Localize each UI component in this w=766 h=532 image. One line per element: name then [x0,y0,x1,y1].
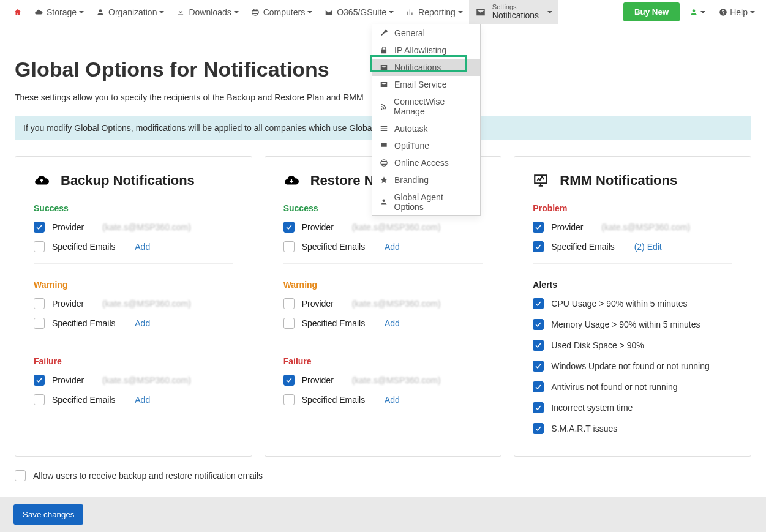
menu-ip-allowlisting[interactable]: IP Allowlisting [372,42,480,59]
globe-icon [251,8,260,17]
alert-checkbox-2[interactable] [533,340,544,351]
restore-failure-provider-checkbox[interactable] [283,375,295,386]
nav-home[interactable] [7,0,28,24]
backup-card: Backup Notifications Success Provider(ka… [15,156,252,457]
alert-text: Memory Usage > 90% within 5 minutes [551,320,700,329]
top-nav: Storage Organization Downloads Computers… [0,0,766,24]
question-icon [719,8,727,17]
cloud-up-icon [34,173,50,189]
alert-row: Windows Update not found or not running [533,361,732,372]
restore-failure-emails-checkbox[interactable] [283,394,295,405]
menu-global-agent[interactable]: Global Agent Options [372,189,480,215]
caret-icon [389,11,394,13]
nav-settings[interactable]: Settings Notifications [469,0,558,24]
restore-warning-provider-checkbox[interactable] [283,298,295,309]
alert-checkbox-0[interactable] [533,298,544,309]
nav-storage[interactable]: Storage [28,0,90,24]
envelope-icon [325,8,333,17]
caret-icon [234,11,239,13]
add-link[interactable]: Add [385,318,400,328]
backup-warning-provider-checkbox[interactable] [34,298,45,309]
menu-online-access[interactable]: Online Access [372,154,480,171]
user-icon [380,198,388,206]
alert-checkbox-4[interactable] [533,381,544,392]
restore-warning-emails-checkbox[interactable] [283,318,295,329]
nav-reporting[interactable]: Reporting [400,0,469,24]
caret-icon [79,11,84,13]
nav-organization[interactable]: Organization [90,0,170,24]
nav-computers[interactable]: Computers [245,0,318,24]
menu-general[interactable]: General [372,24,480,42]
alert-checkbox-6[interactable] [533,423,544,434]
menu-branding[interactable]: Branding [372,171,480,189]
help-menu[interactable]: Help [715,7,759,17]
restore-success-provider-checkbox[interactable] [283,222,295,233]
check-icon [285,377,293,384]
check-icon [535,342,542,349]
check-icon [535,321,542,328]
user-menu[interactable] [686,8,709,17]
buy-new-button[interactable]: Buy New [623,2,680,21]
backup-success-provider-checkbox[interactable] [34,222,45,233]
download-icon [176,8,185,17]
alert-row: Used Disk Space > 90% [533,340,732,351]
add-link[interactable]: Add [385,395,400,405]
menu-email-service[interactable]: Email Service [372,76,480,93]
caret-icon [750,11,755,13]
nav-downloads[interactable]: Downloads [170,0,244,24]
caret-icon [159,11,164,13]
restore-success-emails-checkbox[interactable] [283,241,295,252]
check-icon [535,404,542,411]
caret-icon [547,11,552,13]
backup-warning-emails-checkbox[interactable] [34,318,45,329]
cloud-icon [34,8,43,17]
envelope-icon [475,7,486,18]
alert-text: S.M.A.R.T issues [551,424,617,433]
rss-icon [380,102,388,111]
user-icon [689,8,698,17]
check-icon [535,425,542,432]
settings-label: Settings [492,4,539,10]
alert-row: CPU Usage > 90% within 5 minutes [533,298,732,309]
envelope-icon [380,63,388,72]
menu-connectwise[interactable]: ConnectWise Manage [372,93,480,120]
rmm-problem-provider-checkbox[interactable] [533,222,544,233]
save-changes-button[interactable]: Save changes [13,504,83,525]
failure-label: Failure [34,356,233,366]
cloud-down-icon [283,173,299,189]
backup-success-emails-checkbox[interactable] [34,241,45,252]
bottom-bar: Save changes [0,497,766,532]
add-link[interactable]: Add [135,395,150,405]
laptop-icon [380,141,388,150]
monitor-pulse-icon [533,173,549,189]
alert-checkbox-1[interactable] [533,319,544,330]
add-link[interactable]: Add [385,242,400,252]
menu-autotask[interactable]: Autotask [372,120,480,137]
add-link[interactable]: Add [135,242,150,252]
caret-icon [458,11,463,13]
add-link[interactable]: Add [135,318,150,328]
backup-failure-emails-checkbox[interactable] [34,394,45,405]
warning-label: Warning [283,280,483,290]
failure-label: Failure [283,356,483,366]
caret-icon [700,11,705,13]
globe-icon [380,159,388,167]
menu-notifications[interactable]: Notifications [372,59,480,76]
nav-o365[interactable]: O365/GSuite [318,0,400,24]
user-icon [96,8,105,17]
check-icon [285,223,293,231]
alert-checkbox-3[interactable] [533,361,544,372]
alert-checkbox-5[interactable] [533,402,544,413]
check-icon [36,377,43,384]
edit-link[interactable]: (2) Edit [634,242,662,252]
alert-text: Windows Update not found or not running [551,361,709,371]
alert-text: Antivirus not found or not running [551,382,677,392]
rmm-problem-emails-checkbox[interactable] [533,241,544,252]
rmm-card-title: RMM Notifications [560,173,677,189]
allow-users-checkbox[interactable] [15,470,26,481]
backup-failure-provider-checkbox[interactable] [34,375,45,386]
alert-row: Incorrect system time [533,402,732,413]
nav-right: Buy New Help [623,2,759,21]
check-icon [36,223,43,231]
menu-optitune[interactable]: OptiTune [372,137,480,154]
